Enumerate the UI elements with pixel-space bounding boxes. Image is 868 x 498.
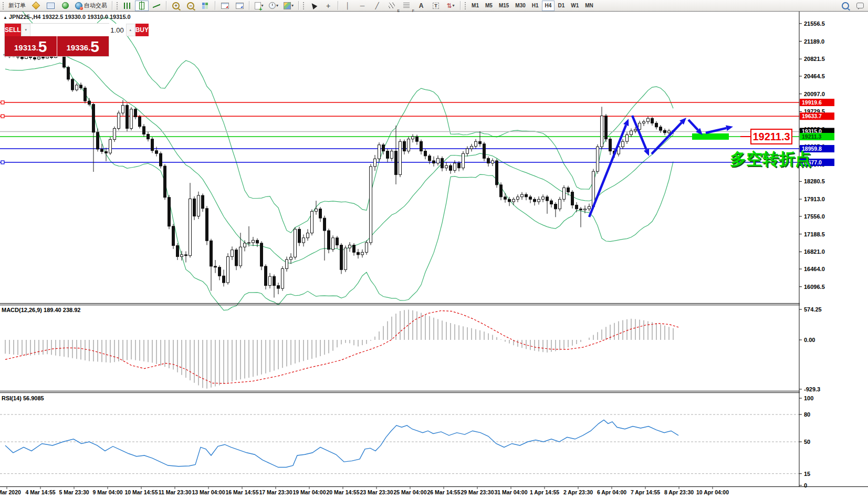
zoom-in-icon: +: [172, 2, 180, 9]
chart-window-alt-icon: [236, 3, 244, 9]
lot-size-input[interactable]: [30, 24, 126, 36]
svg-text:21556.5: 21556.5: [804, 20, 825, 27]
svg-text:-929.3: -929.3: [804, 386, 820, 392]
buy-button[interactable]: BUY: [135, 24, 149, 36]
svg-text:20 Mar 14:55: 20 Mar 14:55: [326, 489, 359, 495]
line-chart-icon: [153, 3, 160, 9]
text-tool[interactable]: A: [414, 1, 428, 11]
one-click-trade-panel: SELL ▾ ▴ BUY 19313.5 19336.5: [4, 23, 109, 57]
toolbar-grip[interactable]: [464, 2, 466, 10]
price-axis[interactable]: 21556.521189.020821.520464.520097.019729…: [799, 12, 868, 489]
chat-icon: [856, 3, 864, 8]
toolbar-grip[interactable]: [2, 2, 4, 10]
chat-button[interactable]: [853, 1, 867, 11]
tile-windows-icon: [202, 3, 208, 9]
svg-text:19 Mar 04:00: 19 Mar 04:00: [292, 489, 326, 495]
highlight-zone[interactable]: [692, 133, 729, 140]
svg-text:10 Mar 14:55: 10 Mar 14:55: [124, 489, 158, 495]
chart-window-icon: [221, 3, 229, 9]
tile-windows-button[interactable]: [198, 1, 212, 11]
terminal-button[interactable]: [44, 1, 57, 11]
svg-text:20464.5: 20464.5: [804, 73, 825, 79]
timeframe-mn[interactable]: MN: [582, 1, 597, 11]
timeframe-d1[interactable]: D1: [555, 1, 568, 11]
search-button[interactable]: [839, 1, 852, 11]
separator: [460, 1, 461, 10]
svg-text:31 Mar 04:00: 31 Mar 04:00: [494, 489, 527, 495]
svg-text:21189.0: 21189.0: [804, 38, 824, 45]
svg-text:100: 100: [804, 395, 813, 401]
timeframe-w1[interactable]: W1: [568, 1, 582, 11]
timeframe-m30[interactable]: M30: [512, 1, 528, 11]
zoom-in-button[interactable]: +: [169, 1, 183, 11]
bar-chart-button[interactable]: [120, 1, 134, 11]
template-icon: [284, 2, 291, 9]
fibonacci-tool[interactable]: F: [400, 1, 413, 11]
horizontal-line-tool[interactable]: ─: [355, 1, 369, 11]
templates-button[interactable]: ▾: [281, 1, 296, 11]
profiles-button[interactable]: [233, 1, 246, 11]
collapse-icon[interactable]: ▲: [3, 15, 7, 20]
new-order-button[interactable]: 新订单: [6, 1, 28, 11]
auto-trading-button[interactable]: 自动交易: [73, 1, 109, 11]
crosshair-tool-button[interactable]: +: [321, 1, 335, 11]
line-chart-button[interactable]: [150, 1, 163, 11]
lot-increase-button[interactable]: ▴: [126, 24, 135, 36]
timeframe-m15[interactable]: M15: [496, 1, 512, 11]
signals-button[interactable]: [58, 1, 72, 11]
trendline-icon: ╱: [375, 2, 379, 9]
svg-text:MACD(12,26,9) 189.40 238.92: MACD(12,26,9) 189.40 238.92: [2, 307, 80, 313]
periods-button[interactable]: ▾: [267, 1, 280, 11]
vertical-line-icon: │: [346, 2, 350, 9]
timeframe-m1[interactable]: M1: [468, 1, 482, 11]
candlestick-icon: [139, 2, 144, 9]
svg-text:5 Mar 23:30: 5 Mar 23:30: [59, 489, 89, 495]
separator: [112, 1, 112, 10]
cursor-icon: [310, 2, 318, 9]
new-chart-button[interactable]: [218, 1, 232, 11]
sell-button[interactable]: SELL: [5, 24, 21, 36]
chevron-down-icon: ▾: [276, 3, 278, 8]
svg-text:19919.6: 19919.6: [802, 99, 822, 106]
buy-price-display[interactable]: 19336.5: [57, 36, 109, 56]
svg-text:17188.5: 17188.5: [804, 231, 825, 237]
funds-button[interactable]: [29, 1, 43, 11]
chevron-down-icon: ▾: [453, 3, 455, 8]
svg-text:26 Mar 14:55: 26 Mar 14:55: [427, 489, 460, 495]
timeframe-h1[interactable]: H1: [529, 1, 542, 11]
svg-text:80: 80: [804, 411, 810, 418]
separator: [249, 1, 249, 10]
svg-text:17913.0: 17913.0: [804, 196, 825, 202]
svg-text:11 Mar 23:30: 11 Mar 23:30: [159, 489, 192, 495]
svg-text:2 Apr 23:30: 2 Apr 23:30: [563, 489, 593, 495]
lot-decrease-button[interactable]: ▾: [22, 24, 30, 36]
trendline-tool[interactable]: ╱: [370, 1, 384, 11]
chart-canvas[interactable]: MACD(12,26,9) 189.40 238.92RSI(14) 56.90…: [0, 0, 868, 498]
chart-background: [0, 12, 868, 498]
svg-text:25 Mar 04:00: 25 Mar 04:00: [393, 489, 426, 495]
clock-icon: [269, 2, 276, 9]
indicators-button[interactable]: ▾: [252, 1, 266, 11]
arrows-tool[interactable]: ⇅▾: [444, 1, 457, 11]
timeframe-m5[interactable]: M5: [482, 1, 496, 11]
horizontal-line-icon: ─: [360, 2, 365, 9]
arrows-icon: ⇅: [447, 2, 452, 9]
svg-text:23 Mar 23:30: 23 Mar 23:30: [360, 489, 393, 495]
sell-price-display[interactable]: 19313.5: [5, 36, 57, 56]
channel-tool[interactable]: E: [385, 1, 399, 11]
vertical-line-tool[interactable]: │: [341, 1, 354, 11]
separator: [215, 1, 215, 10]
svg-text:1 Apr 14:55: 1 Apr 14:55: [530, 489, 559, 495]
search-icon: [842, 2, 849, 9]
text-label-tool[interactable]: T: [429, 1, 443, 11]
timeframe-h4[interactable]: H4: [542, 1, 555, 11]
toolbar-grip[interactable]: [302, 2, 305, 10]
cursor-tool-button[interactable]: [307, 1, 320, 11]
lot-size-box: ▾ ▴: [21, 24, 135, 36]
svg-text:16096.5: 16096.5: [804, 284, 825, 290]
separator: [298, 1, 299, 10]
toolbar-grip[interactable]: [116, 2, 118, 10]
candle-chart-button[interactable]: [135, 1, 149, 11]
diamond-icon: [32, 2, 40, 10]
zoom-out-button[interactable]: −: [184, 1, 197, 11]
